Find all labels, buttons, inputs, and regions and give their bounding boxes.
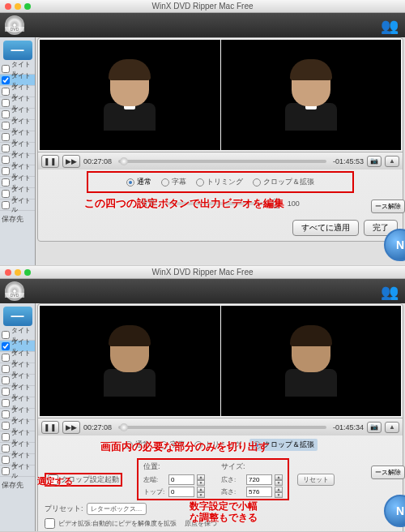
time-total: -01:45:53 [333,157,364,165]
spinner[interactable]: ▲▼ [275,487,283,497]
title-checkbox[interactable] [2,76,10,84]
preset-select[interactable]: レターボックス… [87,503,147,515]
position-label: 位置: [143,461,205,472]
playbar: ❚❚ ▶▶ 00:27:08 -01:45:53 📷 ▲ [38,152,403,169]
title-checkbox[interactable] [2,433,10,441]
title-checkbox[interactable] [2,444,10,453]
video-preview-left [40,306,220,416]
workarea: ❚❚ ▶▶ 00:27:08 -01:45:34 📷 ▲ 通常 字幕 トリミング… [36,303,405,532]
app-window-bottom: WinX DVD Ripper Mac Free 👥 — タイトル タイトル タ… [0,266,405,532]
annotation-numbers-2: な調整もできる [190,511,258,525]
app-window-top: WinX DVD Ripper Mac Free 👥 — タイトル タイトル タ… [0,0,405,266]
title-checkbox[interactable] [2,88,10,96]
title-checkbox[interactable] [2,331,10,339]
title-checkbox[interactable] [2,133,10,141]
title-checkbox[interactable] [2,399,10,407]
time-current: 00:27:08 [83,157,112,165]
spinner[interactable]: ▲▼ [275,474,283,485]
size-label: サイズ: [221,461,283,472]
edit-panel: ❚❚ ▶▶ 00:27:08 -01:45:34 📷 ▲ 通常 字幕 トリミング… [37,303,403,532]
pause-button[interactable]: ❚❚ [41,155,59,168]
source-release-button[interactable]: ース解除 [371,200,405,213]
title-row[interactable]: タイトル [0,200,35,211]
title-checkbox[interactable] [2,178,10,187]
video-preview-left [40,40,220,150]
edit-tabs: 通常 字幕 トリミング クロップ＆拡張 [87,171,354,193]
video-preview-right [221,40,402,150]
warn-button[interactable]: ▲ [385,422,399,433]
title-checkbox[interactable] [2,122,10,130]
sidebar: — タイトル タイトル タイトル タイトル タイトル タイトル タイトル タイト… [0,37,36,266]
title-checkbox[interactable] [2,365,10,373]
apply-all-button[interactable]: すべてに適用 [292,220,359,236]
toolbar: 👥 [0,279,405,303]
collapse-button[interactable]: — [3,307,32,326]
preset-label: プリセット: [45,504,83,514]
video-preview-right [221,306,402,416]
run-button[interactable]: N [384,229,405,261]
forward-button[interactable]: ▶▶ [62,421,80,434]
tab-subtitle[interactable]: 字幕 [160,176,188,188]
spinner[interactable]: ▲▼ [197,487,205,497]
snapshot-button[interactable]: 📷 [367,156,382,167]
top-input[interactable] [168,487,194,497]
title-checkbox[interactable] [2,201,10,209]
width-input[interactable] [246,474,272,485]
time-current: 00:27:08 [83,423,112,431]
annotation-tabs: この四つの設定ボタンで出力ビデオを編集 [84,196,284,211]
crop-number-fields: 位置: 左端:▲▼ トップ:▲▼ サイズ: 広さ:▲▼ 高さ:▲▼ [137,458,289,500]
title-checkbox[interactable] [2,110,10,118]
tab-trimming[interactable]: トリミング [194,176,245,188]
snapshot-button[interactable]: 📷 [367,422,382,433]
annotation-select: 選定する [37,475,73,487]
volume-value: 100 [288,200,300,208]
title-checkbox[interactable] [2,456,10,464]
height-input[interactable] [246,487,272,497]
collapse-button[interactable]: — [3,41,32,60]
toolbar: 👥 [0,13,405,37]
spinner[interactable]: ▲▼ [197,474,205,485]
titlebar: WinX DVD Ripper Mac Free [0,266,405,279]
annotation-crop-area: 画面内の必要な部分のみを切り出す [100,440,269,454]
forward-button[interactable]: ▶▶ [62,155,80,168]
seek-slider[interactable] [118,426,326,429]
title-checkbox[interactable] [2,410,10,418]
warn-button[interactable]: ▲ [385,156,399,167]
expand-label: ビデオ拡張:自動的にビデを解像度を拡張 [58,519,177,528]
tab-crop[interactable]: クロップ＆拡張 [251,176,316,188]
seek-slider[interactable] [118,160,326,163]
source-release-button[interactable]: ース解除 [371,466,405,479]
left-input[interactable] [168,474,194,485]
title-checkbox[interactable] [2,65,10,73]
title-checkbox[interactable] [2,167,10,175]
title-row[interactable]: タイトル [0,466,35,477]
title-checkbox[interactable] [2,376,10,384]
expand-checkbox[interactable] [45,518,55,529]
window-title: WinX DVD Ripper Mac Free [0,2,405,11]
edit-panel: ❚❚ ▶▶ 00:27:08 -01:45:53 📷 ▲ 通常 字幕 トリミング… [37,37,403,242]
titlebar: WinX DVD Ripper Mac Free [0,0,405,13]
dvd-icon[interactable] [5,281,24,301]
playbar: ❚❚ ▶▶ 00:27:08 -01:45:34 📷 ▲ [38,418,403,435]
people-icon[interactable]: 👥 [381,283,400,299]
window-title: WinX DVD Ripper Mac Free [0,268,405,277]
time-total: -01:45:34 [333,423,364,431]
people-icon[interactable]: 👥 [381,17,400,33]
title-checkbox[interactable] [2,467,10,475]
dvd-icon[interactable] [5,15,24,35]
title-checkbox[interactable] [2,388,10,396]
title-checkbox[interactable] [2,156,10,164]
title-checkbox[interactable] [2,342,10,350]
title-checkbox[interactable] [2,99,10,107]
title-checkbox[interactable] [2,190,10,198]
title-checkbox[interactable] [2,354,10,362]
sidebar: — タイトル タイトル タイトル タイトル タイトル タイトル タイトル タイト… [0,303,36,532]
pause-button[interactable]: ❚❚ [41,421,59,434]
title-checkbox[interactable] [2,144,10,152]
tab-normal[interactable]: 通常 [125,176,153,188]
workarea: ❚❚ ▶▶ 00:27:08 -01:45:53 📷 ▲ 通常 字幕 トリミング… [36,37,405,266]
reset-button[interactable]: リセット [297,474,335,486]
title-checkbox[interactable] [2,422,10,430]
